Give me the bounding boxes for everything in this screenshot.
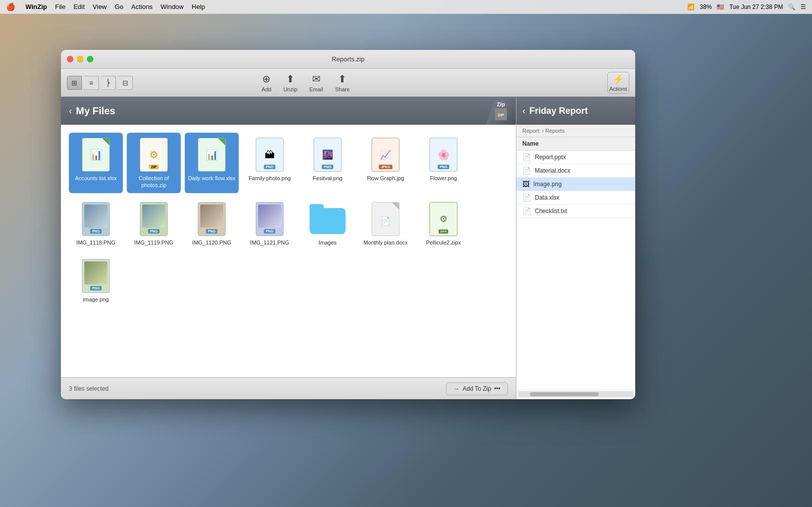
file-item-accounts[interactable]: 📊 Accounts list.xlsx: [69, 133, 123, 193]
file-item-monthly[interactable]: 📄 Monthly plan.docx: [359, 197, 412, 250]
zip-file-checklist[interactable]: 📄 Checklist.txt: [516, 205, 635, 218]
lightning-icon: ⚡: [613, 74, 624, 85]
images-label: Images: [319, 239, 337, 246]
view-coverflow-button[interactable]: ⊟: [118, 76, 133, 90]
close-button[interactable]: [67, 56, 73, 62]
zip-panel-header: ‹ Friday Report: [516, 97, 635, 125]
zip-badge-icon: ZIP: [495, 108, 507, 120]
toolbar: ⊞ ≡ ⎬ ⊟ ⊕ Add ⬆ Unzip ✉ Email ⬆ Share: [61, 69, 635, 97]
add-button[interactable]: ⊕ Add: [262, 73, 272, 92]
view-column-button[interactable]: ⎬: [101, 76, 116, 90]
view-list-button[interactable]: ≡: [84, 76, 99, 90]
img1120-label: IMG_1120.PNG: [192, 239, 231, 246]
festival-icon: 🌆 PNG: [310, 137, 346, 173]
monthly-icon: 📄: [368, 201, 404, 237]
xlsx-icon: 📄: [522, 194, 531, 202]
battery-status: 38%: [700, 3, 712, 10]
file-item-img1119[interactable]: PNG IMG_1119.PNG: [127, 197, 181, 250]
file-grid-container[interactable]: 📊 Accounts list.xlsx ⚙ ZIP: [61, 125, 516, 377]
view-grid-button[interactable]: ⊞: [67, 76, 82, 90]
menu-window[interactable]: Window: [161, 3, 184, 10]
zip-breadcrumb: Report: › Reports: [516, 125, 635, 137]
control-center-icon[interactable]: ☰: [801, 3, 806, 10]
add-icon: ⊕: [262, 73, 271, 85]
zip-panel: ‹ Friday Report Report: › Reports Name 📄…: [516, 97, 635, 399]
actions-label: Actions: [609, 86, 627, 92]
share-icon: ⬆: [338, 73, 347, 85]
actions-button[interactable]: ⚡ Actions: [607, 72, 629, 94]
accounts-label: Accounts list.xlsx: [75, 175, 117, 182]
zip-file-list[interactable]: 📄 Report.pptx 📄 Material.docx 🖼 Image.pn…: [516, 151, 635, 389]
toolbar-right: ⚡ Actions: [607, 72, 629, 94]
menu-winzip[interactable]: WinZip: [25, 3, 47, 10]
file-item-img1120[interactable]: PNG IMG_1120.PNG: [185, 197, 239, 250]
zip-name-column: Name: [522, 140, 539, 147]
more-options-icon[interactable]: •••: [494, 385, 500, 392]
zip-back-button[interactable]: ‹: [522, 106, 525, 116]
zip-file-image[interactable]: 🖼 Image.png: [516, 178, 635, 191]
file-item-pellicule[interactable]: ⚙ ZIPX Pellicule2.zipx: [416, 197, 470, 250]
zip-list-header: Name: [516, 137, 635, 151]
zip-file-material-name: Material.docx: [535, 167, 570, 174]
img1119-label: IMG_1119.PNG: [134, 239, 173, 246]
add-to-zip-arrow-icon: →: [453, 385, 459, 392]
view-buttons: ⊞ ≡ ⎬ ⊟: [67, 76, 133, 90]
zip-file-material[interactable]: 📄 Material.docx: [516, 164, 635, 178]
breadcrumb-prefix: Report:: [522, 128, 540, 134]
nav-title: My Files: [76, 105, 115, 117]
breadcrumb-path: Reports: [545, 128, 565, 134]
images-folder-icon: [310, 201, 346, 237]
file-item-img1118[interactable]: PNG IMG_1118.PNG: [69, 197, 123, 250]
file-item-flow[interactable]: 📈 JPEG Flow Graph.jpg: [359, 133, 412, 193]
menu-file[interactable]: File: [55, 3, 65, 10]
menu-help[interactable]: Help: [192, 3, 205, 10]
menu-view[interactable]: View: [93, 3, 107, 10]
unzip-button[interactable]: ⬆ Unzip: [283, 73, 297, 92]
txt-icon: 📄: [522, 207, 531, 215]
menu-go[interactable]: Go: [115, 3, 123, 10]
unzip-label: Unzip: [283, 86, 297, 92]
zip-file-data[interactable]: 📄 Data.xlsx: [516, 191, 635, 205]
zip-file-data-name: Data.xlsx: [535, 194, 559, 201]
flow-icon: 📈 JPEG: [368, 137, 404, 173]
file-item-image[interactable]: PNG image.png: [69, 254, 123, 307]
img1118-label: IMG_1118.PNG: [76, 239, 115, 246]
family-icon: 🏔 PNG: [252, 137, 288, 173]
festival-label: Fesitval.png: [313, 175, 342, 182]
title-bar: Reports.zip: [61, 50, 635, 69]
file-item-family[interactable]: 🏔 PNG Family photo.png: [243, 133, 297, 193]
add-to-zip-button[interactable]: → Add To Zip •••: [446, 382, 508, 395]
flower-label: Flower.png: [430, 175, 457, 182]
flower-icon: 🌸 PNG: [425, 137, 461, 173]
window-title: Reports.zip: [332, 55, 365, 63]
add-label: Add: [262, 86, 272, 92]
file-item-flower[interactable]: 🌸 PNG Flower.png: [416, 133, 470, 193]
share-label: Share: [335, 86, 350, 92]
email-button[interactable]: ✉ Email: [310, 73, 324, 92]
maximize-button[interactable]: [87, 56, 93, 62]
zip-file-report[interactable]: 📄 Report.pptx: [516, 151, 635, 164]
share-button[interactable]: ⬆ Share: [335, 73, 350, 92]
search-icon[interactable]: 🔍: [788, 3, 796, 10]
file-item-images[interactable]: Images: [301, 197, 355, 250]
menu-edit[interactable]: Edit: [73, 3, 84, 10]
daily-icon: 📊: [194, 137, 230, 173]
img1121-label: IMG_1121.PNG: [250, 239, 289, 246]
menu-actions[interactable]: Actions: [131, 3, 153, 10]
apple-menu[interactable]: 🍎: [6, 2, 15, 11]
zip-scrollbar[interactable]: [518, 391, 633, 397]
traffic-lights: [67, 56, 93, 62]
toolbar-actions: ⊕ Add ⬆ Unzip ✉ Email ⬆ Share: [262, 73, 350, 92]
back-button[interactable]: ‹ My Files: [69, 105, 115, 117]
status-text: 3 files selected: [69, 385, 108, 392]
image-label: image.png: [83, 296, 108, 303]
file-item-daily[interactable]: 📊 Daily work flow.xlsx: [185, 133, 239, 193]
pellicule-icon: ⚙ ZIPX: [425, 201, 461, 237]
file-item-img1121[interactable]: PNG IMG_1121.PNG: [243, 197, 297, 250]
zip-file-checklist-name: Checklist.txt: [535, 208, 567, 215]
datetime: Tue Jun 27 2:38 PM: [729, 3, 783, 10]
monthly-label: Monthly plan.docx: [364, 239, 408, 246]
minimize-button[interactable]: [77, 56, 83, 62]
file-item-collection[interactable]: ⚙ ZIP Collection of photos.zip: [127, 133, 181, 193]
file-item-festival[interactable]: 🌆 PNG Fesitval.png: [301, 133, 355, 193]
